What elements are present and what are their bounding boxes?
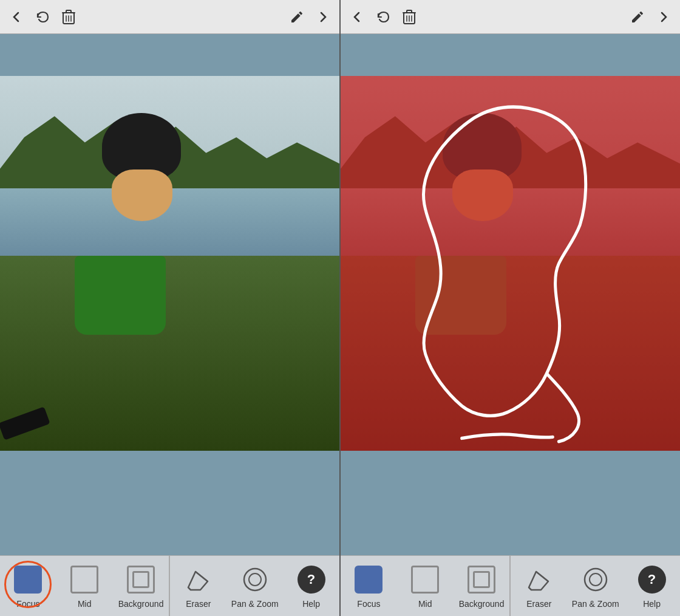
left-photo: [0, 76, 339, 451]
left-tool-focus[interactable]: Focus: [0, 556, 56, 616]
left-tool-mid[interactable]: Mid: [56, 556, 113, 616]
svg-point-20: [585, 569, 607, 590]
right-panzoom-label: Pan & Zoom: [572, 599, 619, 609]
left-undo-button[interactable]: [35, 10, 50, 24]
left-bg-icon: [127, 566, 155, 594]
right-tool-eraser[interactable]: Eraser: [511, 556, 567, 616]
right-tool-focus[interactable]: Focus: [341, 556, 397, 616]
right-bottom-toolbar: Focus Mid Background: [341, 555, 680, 616]
svg-point-10: [249, 573, 261, 586]
left-panzoom-icon-wrap: [239, 564, 271, 595]
right-photo: [341, 76, 680, 451]
left-eraser-icon: [185, 566, 212, 594]
right-eraser-label: Eraser: [526, 599, 551, 609]
right-forward-button[interactable]: [657, 10, 670, 24]
right-bg-icon: [467, 566, 495, 594]
left-back-button[interactable]: [10, 10, 23, 24]
right-undo-button[interactable]: [376, 10, 390, 24]
right-help-label: Help: [643, 599, 661, 609]
right-help-icon: ?: [638, 566, 666, 594]
svg-point-9: [244, 569, 266, 590]
right-tool-panzoom[interactable]: Pan & Zoom: [567, 556, 624, 616]
left-eraser-icon-wrap: [183, 564, 214, 595]
right-panzoom-icon: [582, 566, 610, 594]
left-panel: Focus Mid Background: [0, 0, 341, 616]
left-focus-icon-wrap: [12, 564, 44, 595]
left-panzoom-icon: [241, 566, 269, 594]
right-toolbar: [341, 0, 680, 34]
left-bg-label: Background: [118, 599, 164, 609]
left-tool-help[interactable]: ? Help: [283, 556, 339, 616]
left-eraser-label: Eraser: [186, 599, 211, 609]
right-delete-button[interactable]: [403, 9, 416, 25]
left-tool-panzoom[interactable]: Pan & Zoom: [226, 556, 283, 616]
right-back-button[interactable]: [350, 10, 364, 24]
right-focus-label: Focus: [357, 599, 380, 609]
svg-marker-7: [188, 572, 208, 590]
right-focus-icon: [355, 566, 382, 594]
right-panzoom-icon-wrap: [580, 564, 611, 595]
right-focus-icon-wrap: [353, 564, 384, 595]
right-eraser-icon-wrap: [523, 564, 555, 595]
right-bg-icon-wrap: [466, 564, 497, 595]
right-tool-mid[interactable]: Mid: [397, 556, 454, 616]
left-delete-button[interactable]: [62, 9, 75, 25]
svg-marker-18: [529, 572, 548, 590]
svg-line-19: [536, 572, 548, 581]
right-bg-label: Background: [459, 599, 505, 609]
left-image-area: [0, 34, 339, 555]
left-toolbar: [0, 0, 339, 34]
right-image-area[interactable]: [341, 34, 680, 555]
right-mid-label: Mid: [418, 599, 432, 609]
left-edit-button[interactable]: [290, 10, 304, 24]
right-tool-background[interactable]: Background: [454, 556, 510, 616]
left-panzoom-label: Pan & Zoom: [231, 599, 279, 609]
left-mid-icon: [70, 566, 98, 594]
left-mid-icon-wrap: [69, 564, 100, 595]
left-bg-icon-wrap: [125, 564, 157, 595]
left-help-icon-wrap: ?: [296, 564, 327, 595]
svg-rect-13: [407, 10, 412, 13]
right-mid-icon-wrap: [409, 564, 441, 595]
right-mid-icon: [411, 566, 439, 594]
left-focus-icon: [14, 566, 42, 594]
left-help-icon: ?: [298, 566, 325, 594]
white-stroke: [341, 76, 680, 451]
left-forward-button[interactable]: [316, 10, 330, 24]
svg-line-8: [195, 572, 208, 581]
left-tool-eraser[interactable]: Eraser: [170, 556, 226, 616]
left-bottom-toolbar: Focus Mid Background: [0, 555, 339, 616]
right-help-icon-wrap: ?: [636, 564, 668, 595]
left-tool-background[interactable]: Background: [113, 556, 169, 616]
left-focus-label: Focus: [16, 599, 39, 609]
left-help-label: Help: [302, 599, 320, 609]
svg-rect-2: [66, 10, 71, 13]
svg-point-21: [590, 573, 602, 586]
right-panel: Focus Mid Background: [341, 0, 680, 616]
right-edit-button[interactable]: [630, 10, 645, 24]
left-mid-label: Mid: [78, 599, 92, 609]
right-tool-help[interactable]: ? Help: [624, 556, 680, 616]
right-eraser-icon: [525, 566, 553, 594]
